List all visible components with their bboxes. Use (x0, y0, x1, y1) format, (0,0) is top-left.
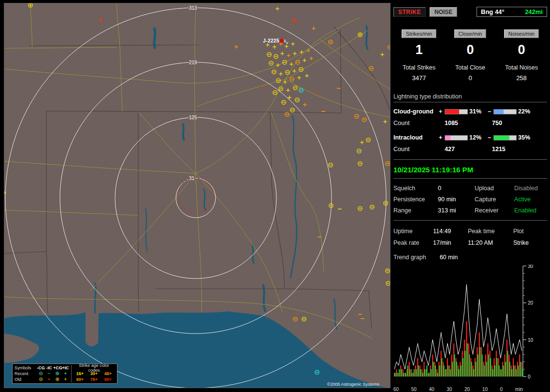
noise-toggle-button[interactable]: NOISE (430, 7, 457, 17)
legend-symbol-icon: ⊖ (37, 371, 45, 376)
cg-positive-count: 1085 (438, 120, 485, 126)
lightning-distribution: Cloud-ground + 31% − 22% Count 1085 750 … (393, 108, 547, 160)
legend-rows: Recent⊖−⊕+15+30+45+Old⊖−⊕+60+75+90+ (14, 371, 115, 382)
legend-row: Recent⊖−⊕+15+30+45+ (14, 371, 115, 377)
cloud-ground-label: Cloud-ground (393, 108, 438, 115)
minus-sign: − (487, 108, 492, 115)
station-id: J-2225 (263, 38, 279, 43)
trend-chart-canvas: 3020100 (393, 265, 543, 384)
strikes-per-min-value: 1 (393, 42, 445, 57)
trend-x-label: 10 (482, 387, 488, 392)
squelch-label: Squelch (393, 185, 438, 192)
trend-x-label: 40 (429, 387, 434, 392)
datetime-display: 10/21/2025 11:19:16 PM (393, 166, 547, 179)
toolbar: STRIKE NOISE Bng 44° 242mi (393, 7, 547, 17)
distribution-title: Lightning type distribution (393, 93, 547, 102)
total-noises-value: 258 (496, 74, 547, 82)
legend-col-neg-ic: -IC (45, 365, 53, 370)
strike-toggle-button[interactable]: STRIKE (393, 7, 426, 17)
trend-window-value: 60 min (440, 254, 458, 261)
ic-positive-percent: 12% (469, 134, 487, 141)
legend-symbol-icon: − (45, 377, 53, 382)
app-window: 31125219313 J-22251v Symbols -CG -IC +CG… (0, 0, 550, 392)
legend-age-code: 30+ (87, 371, 101, 376)
legend-age-code: 15+ (73, 371, 87, 376)
intracloud-label: Intracloud (393, 134, 438, 141)
range-value: 313 mi (438, 207, 475, 214)
ic-positive-gauge (445, 135, 468, 140)
legend-symbol-icon: ⊕ (53, 377, 61, 382)
uptime-label: Uptime (393, 228, 433, 235)
legend-col-pos-cg: +CG (53, 365, 61, 370)
legend-symbols-header: Symbols (14, 365, 37, 370)
map-canvas[interactable]: 31125219313 (4, 3, 391, 388)
legend-symbol-icon: − (45, 371, 53, 376)
legend-age-code: 90+ (101, 377, 115, 382)
cg-count-label: Count (393, 120, 438, 126)
svg-text:10: 10 (528, 337, 534, 343)
receiver-label: Receiver (475, 207, 514, 214)
noises-per-min-header[interactable]: Noises/min (504, 29, 539, 38)
peak-time-value: 11:20 AM (468, 239, 513, 246)
legend-symbol-icon: + (61, 371, 70, 376)
strikes-per-min-header[interactable]: Strikes/min (402, 29, 436, 38)
plot-label: Plot (513, 228, 547, 235)
control-panel: STRIKE NOISE Bng 44° 242mi Strikes/min 1… (393, 3, 547, 388)
persistence-label: Persistence (393, 196, 438, 203)
persistence-value: 90 min (438, 196, 475, 203)
uptime-value: 114:49 (433, 228, 468, 235)
cloud-ground-row: Cloud-ground + 31% − 22% (393, 108, 547, 115)
map-panel[interactable]: 31125219313 J-22251v Symbols -CG -IC +CG… (4, 3, 391, 388)
plus-sign: + (438, 108, 443, 115)
capture-status: Active (514, 196, 547, 203)
rate-counters: Strikes/min 1 Total Strikes 3477 Close/m… (393, 29, 547, 82)
close-per-min-header[interactable]: Close/min (454, 29, 487, 38)
symbol-legend: Symbols -CG -IC +CG +IC Strike age color… (12, 364, 117, 384)
cg-positive-gauge (445, 109, 468, 114)
legend-divider (71, 365, 72, 371)
svg-text:0: 0 (528, 374, 531, 379)
svg-text:30: 30 (528, 265, 534, 269)
settings-table: Squelch 0 Upload Disabled Persistence 90… (393, 185, 547, 221)
trend-chart: 3020100 6050403020100min (393, 265, 544, 392)
legend-age-code: 45+ (101, 371, 115, 376)
copyright-text: ©2005 Astrogenic Systems (327, 382, 379, 387)
legend-symbol-icon: + (61, 377, 70, 382)
strikes-column: Strikes/min 1 Total Strikes 3477 (393, 29, 445, 82)
legend-col-neg-cg: -CG (37, 365, 45, 370)
total-strikes-label: Total Strikes (393, 64, 445, 71)
range-label: Range (393, 207, 438, 214)
plot-mode-value: Strike (513, 239, 547, 246)
total-strikes-value: 3477 (393, 74, 445, 82)
legend-symbol-icon: ⊕ (53, 371, 61, 376)
svg-text:313: 313 (189, 5, 197, 11)
cg-negative-percent: 22% (518, 108, 536, 115)
total-noises-label: Total Noises (496, 64, 547, 71)
session-table: Uptime 114:49 Peak time Plot Peak rate 1… (393, 228, 547, 246)
trend-x-axis-labels: 6050403020100min (393, 387, 523, 392)
peak-time-label: Peak time (468, 228, 513, 235)
legend-age-code: 60+ (73, 377, 87, 382)
noises-column: Noises/min 0 Total Noises 258 (496, 29, 547, 82)
receiver-status: Enabled (514, 207, 547, 214)
squelch-value: 0 (438, 185, 475, 192)
station-label: J-22251v (263, 38, 289, 43)
legend-symbol-icon: ⊖ (37, 377, 45, 382)
intracloud-row: Intracloud + 12% − 35% (393, 134, 547, 141)
capture-label: Capture (475, 196, 514, 203)
noises-per-min-value: 0 (496, 42, 547, 57)
ic-negative-count: 1215 (485, 146, 533, 153)
cg-negative-gauge (493, 109, 517, 114)
distance-value: 242mi (525, 8, 543, 15)
legend-row: Old⊖−⊕+60+75+90+ (14, 377, 115, 382)
bearing-display: Bng 44° 242mi (477, 7, 547, 17)
upload-status: Disabled (514, 185, 547, 192)
trend-x-label: min (515, 387, 523, 392)
svg-text:125: 125 (189, 115, 197, 120)
legend-col-pos-ic: +IC (61, 365, 70, 370)
station-marker-icon (280, 39, 283, 42)
svg-text:219: 219 (189, 60, 197, 65)
legend-age-code: 75+ (87, 377, 101, 382)
intracloud-count-row: Count 427 1215 (393, 146, 547, 153)
trend-x-label: 60 (393, 387, 399, 392)
